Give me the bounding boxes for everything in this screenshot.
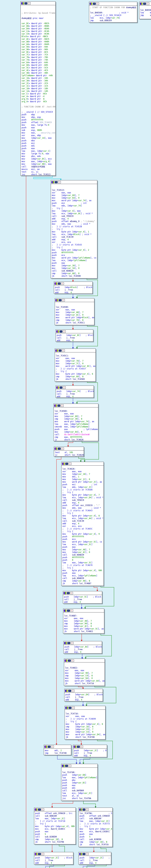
edit-icon[interactable]: ✎ <box>38 853 41 855</box>
edit-icon[interactable]: ✎ <box>60 386 62 389</box>
palette-icon[interactable] <box>55 349 58 352</box>
basic-block-free-var_5C[interactable]: ✎⇄push [ebp+var_5C] ; Blockcall j__freea… <box>63 591 102 603</box>
basic-block-free-var_8C[interactable]: ✎⇄push [ebp+var_8C] ; Blockcall j__freea… <box>56 330 93 342</box>
edit-icon[interactable]: ✎ <box>58 404 60 407</box>
palette-icon[interactable] <box>55 447 57 450</box>
palette-icon[interactable] <box>65 707 68 709</box>
graph-canvas[interactable]: ✎⇄; Attributes: bp-based framedummy確認 pr… <box>0 0 151 868</box>
palette-icon[interactable] <box>62 463 65 465</box>
palette-icon[interactable] <box>90 3 92 5</box>
palette-icon[interactable] <box>44 746 47 748</box>
edit-icon[interactable]: ✎ <box>67 610 70 612</box>
edit-icon[interactable]: ✎ <box>68 659 71 662</box>
palette-icon[interactable] <box>55 299 58 301</box>
edit-icon[interactable]: ✎ <box>69 707 71 709</box>
trace-icon[interactable]: ⇄ <box>51 746 54 748</box>
edit-icon[interactable]: ✎ <box>143 3 146 5</box>
palette-icon[interactable] <box>35 853 37 855</box>
edit-icon[interactable]: ✎ <box>65 463 68 465</box>
trace-icon[interactable]: ⇄ <box>69 463 71 465</box>
edit-icon[interactable]: ✎ <box>67 642 70 644</box>
trace-icon[interactable]: ⇄ <box>62 349 65 352</box>
palette-icon[interactable] <box>35 808 37 811</box>
basic-block-branch-src-a[interactable]: ✎⇄push offset unk_C09A28 ; Srccall sub_6… <box>34 808 76 844</box>
palette-icon[interactable] <box>56 330 59 333</box>
trace-icon[interactable]: ⇄ <box>41 808 44 811</box>
edit-icon[interactable]: ✎ <box>25 2 27 4</box>
trace-icon[interactable]: ⇄ <box>58 181 61 183</box>
basic-block-func-header[interactable]: ✎⇄; Attributes: bp-based framedummy確認 pr… <box>21 1 56 176</box>
basic-block-free-var_2C-a[interactable]: ✎⇄push [ebp+var_2C] ; Blockcall j__freea… <box>73 745 107 757</box>
basic-block-loc_7C45C1[interactable]: ✎⇄loc_7C45C1:xor eax, eaxmov [ebp+var_78… <box>55 349 96 381</box>
edit-icon[interactable]: ✎ <box>60 330 62 333</box>
basic-block-loc_7C4590[interactable]: ✎⇄loc_7C4590:xor eax, eaxmov [ebp+var_A8… <box>55 298 94 325</box>
palette-icon[interactable] <box>55 282 57 285</box>
trace-icon[interactable]: ⇄ <box>147 3 149 5</box>
edit-icon[interactable]: ✎ <box>48 746 51 748</box>
basic-block-loc_7C45ED[interactable]: ✎⇄loc_7C45ED:xor eax, eaxmov [ebp+var_60… <box>54 404 98 441</box>
trace-icon[interactable]: ⇄ <box>71 642 73 644</box>
trace-icon[interactable]: ⇄ <box>80 746 83 748</box>
palette-icon[interactable] <box>65 690 68 692</box>
palette-icon[interactable] <box>64 592 66 594</box>
trace-icon[interactable]: ⇄ <box>61 282 64 285</box>
trace-icon[interactable]: ⇄ <box>41 853 44 855</box>
trace-icon[interactable]: ⇄ <box>96 3 99 5</box>
edit-icon[interactable]: ✎ <box>68 690 71 692</box>
basic-block-loc_7C4513[interactable]: ✎⇄loc_7C4513:xor eax, eaxmov [ebp+var_60… <box>51 180 97 278</box>
palette-icon[interactable] <box>52 181 54 183</box>
basic-block-free-var_D4[interactable]: ✎⇄push [ebp+var_D4] ; Blockcall j__freea… <box>64 689 103 701</box>
palette-icon[interactable] <box>56 386 59 389</box>
basic-block-free-Block[interactable]: ✎⇄push [ebp+Block] ; Blockcall j__freead… <box>54 282 93 294</box>
basic-block-loc_7C4716[interactable]: ✎⇄loc_7C4716:xor eax, eax; } // starts a… <box>65 706 105 740</box>
basic-block-chunk-B46568[interactable]: ✎⇄loc_B46568:lea ecx, [ebp+var_74]jmp su… <box>139 2 151 19</box>
palette-icon[interactable] <box>64 642 67 644</box>
edit-icon[interactable]: ✎ <box>38 808 41 811</box>
basic-block-free-var_A4[interactable]: ✎⇄push [ebp+var_A4] ; Blockcall j__freea… <box>63 641 102 654</box>
edit-icon[interactable]: ✎ <box>58 447 61 450</box>
palette-icon[interactable] <box>54 404 57 407</box>
edit-icon[interactable]: ✎ <box>65 765 68 767</box>
basic-block-loc_7C4748[interactable]: ✎⇄loc_7C4748:push [ebp+var_D8]lea eax, [… <box>61 764 98 801</box>
basic-block-free-var_74[interactable]: ✎⇄push [ebp+var_74] ; Blockcall j__freea… <box>56 385 94 398</box>
basic-block-free-var_2C-c[interactable]: ✎⇄push [ebp+var_2C] ; Blockcall j__freea… <box>79 852 111 865</box>
basic-block-set-edi-2[interactable]: ✎⇄mov edi, 2jmp loc_7C4748 <box>44 745 71 755</box>
trace-icon[interactable]: ⇄ <box>63 386 66 389</box>
basic-block-attr-test[interactable]: ✎⇄test al, 10hjz short loc_7C4626 <box>54 447 84 457</box>
basic-block-free-var_2C-b[interactable]: ✎⇄push [ebp+var_2C] ; Blockcall j__freea… <box>34 852 73 865</box>
edit-icon[interactable]: ✎ <box>67 592 70 594</box>
basic-block-loc_7C4626[interactable]: ✎⇄loc_7C4626:xor eax, eaxmov [ebp+var_18… <box>61 462 104 586</box>
edit-icon[interactable]: ✎ <box>58 282 61 285</box>
trace-icon[interactable]: ⇄ <box>61 447 64 450</box>
palette-icon[interactable] <box>79 853 82 855</box>
edit-icon[interactable]: ✎ <box>83 808 85 811</box>
trace-icon[interactable]: ⇄ <box>68 765 71 767</box>
basic-block-loc_7C46B7[interactable]: ✎⇄loc_7C46B7:xor eax, eaxmov [ebp+var_48… <box>63 609 104 633</box>
palette-icon[interactable] <box>62 765 65 767</box>
palette-icon[interactable] <box>64 610 66 612</box>
trace-icon[interactable]: ⇄ <box>86 853 89 855</box>
edit-icon[interactable]: ✎ <box>59 349 61 352</box>
edit-icon[interactable]: ✎ <box>59 299 61 301</box>
basic-block-chunk-B46560[interactable]: ✎⇄; START OF FUNCTION CHUNK FOR dummy確認l… <box>89 2 137 23</box>
trace-icon[interactable]: ⇄ <box>71 659 74 662</box>
trace-icon[interactable]: ⇄ <box>61 404 64 407</box>
edit-icon[interactable]: ✎ <box>93 3 96 5</box>
trace-icon[interactable]: ⇄ <box>71 690 74 692</box>
trace-icon[interactable]: ⇄ <box>62 299 65 301</box>
edit-icon[interactable]: ✎ <box>55 181 58 183</box>
trace-icon[interactable]: ⇄ <box>70 592 73 594</box>
edit-icon[interactable]: ✎ <box>77 746 80 748</box>
trace-icon[interactable]: ⇄ <box>28 2 31 4</box>
palette-icon[interactable] <box>79 808 82 811</box>
trace-icon[interactable]: ⇄ <box>72 707 75 709</box>
edit-icon[interactable]: ✎ <box>83 853 85 855</box>
palette-icon[interactable] <box>21 2 24 4</box>
palette-icon[interactable] <box>140 3 143 5</box>
palette-icon[interactable] <box>74 746 77 748</box>
trace-icon[interactable]: ⇄ <box>63 330 66 333</box>
trace-icon[interactable]: ⇄ <box>70 610 73 612</box>
basic-block-loc_7C479A[interactable]: ✎⇄loc_7C479A: ; Srcpush offset unk_C09A5… <box>79 808 113 847</box>
palette-icon[interactable] <box>65 659 67 662</box>
basic-block-loc_7C46E2[interactable]: ✎⇄loc_7C46E2:xor eax, eaxmov [ebp+var_90… <box>64 659 105 686</box>
